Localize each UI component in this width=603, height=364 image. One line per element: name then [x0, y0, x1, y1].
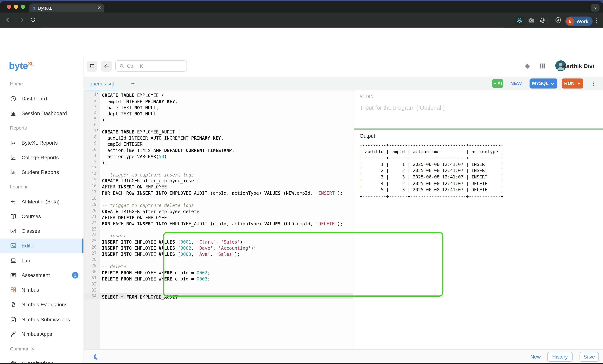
- sidebar-item-dashboard[interactable]: Dashboard: [0, 91, 83, 106]
- sidebar-item-courses[interactable]: Courses: [0, 209, 83, 223]
- editor-menu-icon[interactable]: [591, 81, 597, 87]
- code-line-17[interactable]: 17FOR EACH ROW INSERT INTO EMPLOYEE_AUDI…: [84, 189, 354, 196]
- code-text: CREATE TRIGGER after_employee_insert: [102, 178, 199, 184]
- sidebar-item-classes[interactable]: Classes: [0, 224, 83, 238]
- code-line-29[interactable]: 29-- delete: [84, 263, 354, 269]
- code-text: empId INTEGER PRIMARY KEY,: [102, 99, 178, 104]
- window-zoom-button[interactable]: [21, 5, 25, 9]
- code-line-22[interactable]: 22FOR EACH ROW INSERT INTO EMPLOYEE_AUDI…: [84, 220, 354, 226]
- code-line-10[interactable]: 10 actionTime TIMESTAMP DEFAULT CURRENT_…: [84, 147, 354, 153]
- sidebar-item-nimbus[interactable]: Nimbus: [0, 282, 83, 297]
- code-line-19[interactable]: 19-- trigger to captrure delete logs: [84, 202, 354, 208]
- sidebar-item-bytexl-reports[interactable]: ByteXL Reports: [0, 135, 83, 150]
- reload-icon[interactable]: [30, 17, 36, 23]
- tab-close-icon[interactable]: ✕: [98, 5, 101, 10]
- sidebar-item-label: Lab: [22, 258, 30, 263]
- add-file-button[interactable]: +: [131, 80, 135, 87]
- code-line-18[interactable]: 18: [84, 196, 354, 202]
- dark-mode-toggle-icon[interactable]: [92, 353, 100, 361]
- react-devtools-icon[interactable]: [515, 17, 524, 25]
- sidebar-item-assessment[interactable]: Assessment1: [0, 268, 83, 282]
- tab-search-button[interactable]: [591, 4, 600, 12]
- code-text: empId INTEGER,: [102, 142, 145, 147]
- code-line-5[interactable]: 5);: [84, 116, 354, 122]
- history-button[interactable]: History: [547, 352, 573, 362]
- code-line-4[interactable]: 4 dept TEXT NOT NULL: [84, 110, 354, 116]
- sidebar-item-nimbus-apps[interactable]: Nimbus Apps: [0, 327, 83, 341]
- code-line-13[interactable]: 13: [84, 165, 354, 171]
- sidebar-item-ai-mentor-beta[interactable]: AI Mentor (Beta): [0, 194, 83, 209]
- user-name[interactable]: Karthik Divi: [562, 63, 594, 69]
- code-text: dept TEXT NOT NULL: [102, 111, 156, 116]
- back-icon[interactable]: [5, 17, 12, 23]
- line-number: 17: [84, 189, 100, 196]
- forward-icon[interactable]: [18, 17, 24, 23]
- window-close-button[interactable]: [7, 5, 11, 9]
- sidebar-item-lab[interactable]: Lab: [0, 253, 83, 268]
- line-number: 22: [84, 220, 100, 226]
- line-number: 24: [84, 232, 100, 238]
- code-line-34[interactable]: 34SELECT * FROM EMPLOYEE_AUDIT;: [84, 293, 354, 299]
- language-select-button[interactable]: MYSQL: [530, 79, 557, 89]
- code-line-31[interactable]: 31DELETE FROM EMPLOYEE WHERE empId = 000…: [84, 275, 354, 281]
- code-line-14[interactable]: 14-- trigger to captrure insert logs: [84, 171, 354, 177]
- code-line-2[interactable]: 2 empId INTEGER PRIMARY KEY,: [84, 98, 354, 104]
- stdin-label: STDIN: [359, 94, 374, 99]
- code-line-15[interactable]: 15CREATE TRIGGER after_employee_insert: [84, 177, 354, 183]
- code-line-30[interactable]: 30DELETE FROM EMPLOYEE WHERE empId = 000…: [84, 269, 354, 275]
- code-editor[interactable]: 1▾CREATE TABLE EMPLOYEE (2 empId INTEGER…: [84, 90, 354, 349]
- code-line-6[interactable]: 6: [84, 122, 354, 128]
- sidebar-item-editor[interactable]: Editor: [0, 238, 83, 253]
- code-line-28[interactable]: 28: [84, 257, 354, 263]
- save-button[interactable]: Save: [580, 352, 599, 362]
- energy-saver-icon[interactable]: [555, 17, 562, 24]
- tab-queries-sql[interactable]: queries.sql: [84, 77, 119, 90]
- code-line-21[interactable]: 21AFTER DELETE ON EMPLOYEE: [84, 214, 354, 220]
- fold-arrow-icon[interactable]: ▾: [97, 92, 98, 95]
- sidebar-item-nimbus-submissions[interactable]: Nimbus Submissions: [0, 312, 83, 327]
- code-line-26[interactable]: 26INSERT INTO EMPLOYEE VALUES (0002, 'Da…: [84, 244, 354, 250]
- code-line-11[interactable]: 11 actionType VARCHAR(50): [84, 153, 354, 159]
- sidebar-item-session-dashboard[interactable]: Session Dashboard: [0, 106, 83, 121]
- sidebar-item-college-reports[interactable]: College Reports: [0, 150, 83, 165]
- extensions-puzzle-icon[interactable]: [539, 17, 546, 23]
- debug-bug-icon[interactable]: [524, 63, 531, 70]
- sidebar-item-organizations[interactable]: Organizations: [0, 356, 83, 364]
- footer-new-button[interactable]: New: [530, 354, 541, 360]
- line-number: 3: [84, 104, 100, 110]
- fold-arrow-icon[interactable]: ▾: [97, 129, 98, 132]
- bytexl-logo[interactable]: byteXL: [9, 60, 34, 71]
- browser-menu-icon[interactable]: [593, 17, 599, 24]
- window-minimize-button[interactable]: [14, 5, 18, 9]
- code-line-9[interactable]: 9 empId INTEGER,: [84, 141, 354, 147]
- nimbus-icon: [10, 287, 17, 293]
- browser-tab[interactable]: b ByteXL ✕: [29, 3, 104, 12]
- code-line-33[interactable]: 33: [84, 287, 354, 294]
- search-input[interactable]: Ctrl + K: [115, 60, 187, 71]
- run-button[interactable]: RUN: [562, 79, 583, 89]
- code-line-16[interactable]: 16AFTER INSERT ON EMPLOYEE: [84, 183, 354, 189]
- browser-profile-button[interactable]: k Work: [565, 17, 593, 26]
- sidebar-item-student-reports[interactable]: Student Reports: [0, 165, 83, 180]
- code-line-24[interactable]: 24-- insert: [84, 232, 354, 238]
- code-line-32[interactable]: 32: [84, 281, 354, 287]
- code-line-8[interactable]: 8 auditId INTEGER AUTO_INCREMENT PRIMARY…: [84, 134, 354, 141]
- sidebar-item-nimbus-evaluations[interactable]: Nimbus Evaluations: [0, 297, 83, 312]
- screenshot-extension-icon[interactable]: [528, 17, 535, 24]
- code-line-23[interactable]: 23: [84, 226, 354, 232]
- new-tab-button[interactable]: +: [108, 4, 112, 11]
- new-file-button[interactable]: NEW: [510, 81, 522, 86]
- code-line-25[interactable]: 25INSERT INTO EMPLOYEE VALUES (0001, 'Cl…: [84, 238, 354, 244]
- ai-button[interactable]: ✦AI: [492, 79, 503, 88]
- code-line-12[interactable]: 12);: [84, 159, 354, 165]
- code-line-7[interactable]: 7▾CREATE TABLE EMPLOYEE_AUDIT (: [84, 128, 354, 134]
- stdin-input[interactable]: Input for the program ( Optional ): [361, 104, 598, 126]
- code-line-3[interactable]: 3 name TEXT NOT NULL,: [84, 104, 354, 110]
- code-line-1[interactable]: 1▾CREATE TABLE EMPLOYEE (: [84, 92, 354, 98]
- back-button[interactable]: [101, 61, 112, 71]
- code-line-20[interactable]: 20CREATE TRIGGER after_employee_delete: [84, 208, 354, 214]
- code-line-27[interactable]: 27INSERT INTO EMPLOYEE VALUES (0003, 'Av…: [84, 250, 354, 257]
- sidebar-toggle-button[interactable]: [87, 61, 97, 71]
- apps-grid-icon[interactable]: [539, 63, 546, 70]
- panel-splitter[interactable]: [354, 129, 603, 129]
